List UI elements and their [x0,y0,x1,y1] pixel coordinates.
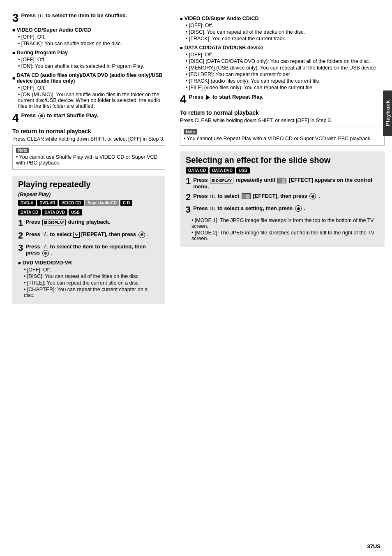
badge-superaudio: SuperAudioCD [85,200,119,206]
r-sub2-bullet-4: [FOLDER]: You can repeat the current fol… [186,72,385,77]
selecting-effect-section: Selecting an effect for the slide show D… [180,151,385,247]
eff-step-2-text: Press ↑/↓ to select [EFFECT], then press… [193,193,320,200]
rp-step-2-number: 2 [18,231,23,240]
r-step-4-row: 4 Press to start Repeat Play. [180,94,385,105]
badge-videocd: VIDEO CD [59,200,83,206]
eff-step-2-number: 2 [186,193,191,202]
rp-step-3-text: Press ↑/↓ to select the item to be repea… [25,243,159,257]
sub1-bullet-2: [TRACK]: You can shuffle tracks on the d… [18,41,165,46]
dvd-bullet-4: [CHAPTER]: You can repeat the current ch… [24,287,159,298]
right-column: VIDEO CD/Super Audio CD/CD [OFF]: Off. [… [173,8,392,548]
dvd-bullet-2: [DISC]: You can repeat all of the titles… [24,273,159,279]
to-return-title-right: To return to normal playback [180,109,385,116]
to-return-title-left: To return to normal playback [12,128,165,134]
selecting-effect-title: Selecting an effect for the slide show [186,155,379,165]
step-4-row: 4 Press ⊕ to start Shuffle Play. [12,112,165,124]
eff-step-1-text: Press ⊟ DISPLAY repeatedly until [EFFECT… [193,177,379,190]
rp-step-2-text: Press ↑/↓ to select ↻ [REPEAT], then pre… [25,231,149,238]
note-label-left: Note [16,148,29,153]
eff-badge-datacd: DATA CD [186,167,208,174]
repeat-icon: ↻ [73,232,80,238]
repeat-play-subtitle: (Repeat Play) [18,192,159,197]
rp-step-2: 2 Press ↑/↓ to select ↻ [REPEAT], then p… [18,231,159,240]
eff-step2-circle: ⊕ [309,193,316,199]
sub2-bullet-2: [ON]: You can shuffle tracks selected in… [18,63,165,69]
rp-step3-circle: ⊕ [42,250,49,257]
sub3-bullet-1: [OFF]: Off. [18,85,165,91]
sub2-bullet-1: [OFF]: Off. [18,57,165,63]
badge-dvdvr: DVD-VR [37,200,58,206]
eff-step-2: 2 Press ↑/↓ to select [EFFECT], then pre… [186,193,379,202]
r-sub1-title: VIDEO CD/Super Audio CD/CD [180,16,385,21]
step-3-text: Press ↑/↓ to select the item to be shuff… [21,12,127,19]
eff-step-3-number: 3 [186,205,191,214]
sub2-bullets: [OFF]: Off. [ON]: You can shuffle tracks… [18,57,165,69]
left-column: 3 Press ↑/↓ to select the item to be shu… [0,8,173,548]
eff-step3-bullets: [MODE 1]: The JPEG image file sweeps in … [191,218,379,241]
play-icon-right [206,95,210,100]
rp-step-1: 1 Press ⊟ DISPLAY during playback. [18,219,159,228]
r-sub2-title: DATA CD/DATA DVD/USB device [180,45,385,51]
dvd-sub-title: DVD VIDEO/DVD-VR [18,260,159,266]
badge-datadvd: DATA DVD [42,209,67,215]
r-sub1-bullets: [OFF]: Off. [DISC]: You can repeat all o… [186,23,385,42]
dvd-bullets: [OFF]: Off. [DISC]: You can repeat all o… [24,267,159,298]
note-box-right: Note • You cannot use Repeat Play with a… [180,127,385,146]
r-step-4-text: Press to start Repeat Play. [189,94,264,100]
sub3-bullet-2: [ON (MUSIC)]: You can shuffle audio file… [18,92,165,109]
to-return-text-right: Press CLEAR while holding down SHIFT, or… [180,118,385,123]
playing-repeatedly-section: Playing repeatedly (Repeat Play) DVD-V D… [12,176,165,304]
effect-badge-row: DATA CD DATA DVD USB [186,167,379,174]
note-text-right: • You cannot use Repeat Play with a VIDE… [184,136,381,141]
badge-row-2: DATA CD DATA DVD USB [18,209,159,215]
playback-sidebar-tab: Playback [383,90,392,136]
r-sub2-bullet-2: [DISC] (DATA CD/DATA DVD only): You can … [186,58,385,64]
r-sub2-bullet-1: [OFF]: Off. [186,52,385,58]
display-icon-effect: ⊟ DISPLAY [210,178,233,183]
eff-step-3-text: Press ↑/↓ to select a setting, then pres… [193,205,305,212]
badge-dvdv: DVD-V [18,200,36,206]
sub1-title: VIDEO CD/Super Audio CD/CD [12,27,165,33]
step-3-number: 3 [12,12,19,24]
r-sub1-bullet-1: [OFF]: Off. [186,23,385,28]
eff-step-1: 1 Press ⊟ DISPLAY repeatedly until [EFFE… [186,177,379,190]
sub1-bullet-1: [OFF]: Off. [18,34,165,40]
r-sub2-bullets: [OFF]: Off. [DISC] (DATA CD/DATA DVD onl… [186,52,385,90]
eff-badge-usb: USB [236,167,250,174]
dvd-bullet-3: [TITLE]: You can repeat the current titl… [24,280,159,286]
eff-badge-datadvd: DATA DVD [210,167,235,174]
effect-icon-select [242,193,251,199]
eff-step3-circle: ⊕ [295,205,302,212]
badge-row-1: DVD-V DVD-VR VIDEO CD SuperAudioCD C D [18,200,159,206]
sub3-bullets: [OFF]: Off. [ON (MUSIC)]: You can shuffl… [18,85,165,109]
badge-usb: USB [69,209,82,215]
r-step-4-number: 4 [180,94,187,105]
note-box-left: Note • You cannot use Shuffle Play with … [12,145,165,170]
to-return-text-left: Press CLEAR while holding down SHIFT, or… [12,136,165,142]
rp-step-3-number: 3 [18,243,23,253]
step-4-text: Press ⊕ to start Shuffle Play. [21,112,98,119]
r-sub1-bullet-2: [DISC]: You can repeat all of the tracks… [186,29,385,35]
display-icon-1: ⊟ DISPLAY [42,220,66,225]
badge-cd: C D [120,200,132,206]
sub1-bullets: [OFF]: Off. [TRACK]: You can shuffle tra… [18,34,165,46]
step4-circle-btn: ⊕ [38,113,45,119]
r-sub2-bullet-6: [FILE] (video files only): You can repea… [186,85,385,90]
rp-step-1-number: 1 [18,219,23,228]
sub2-title: During Program Play [12,50,165,56]
rp-step2-circle: ⊕ [138,232,145,238]
eff-bullet-1: [MODE 1]: The JPEG image file sweeps in … [191,218,379,229]
playing-repeatedly-title: Playing repeatedly [18,180,159,189]
page: 3 Press ↑/↓ to select the item to be shu… [0,0,392,556]
eff-step-3: 3 Press ↑/↓ to select a setting, then pr… [186,205,379,214]
step-3-row: 3 Press ↑/↓ to select the item to be shu… [12,12,165,24]
r-sub2-bullet-3: [MEMORY] (USB device only): You can repe… [186,65,385,71]
step-4-number: 4 [12,112,19,124]
dvd-bullet-1: [OFF]: Off. [24,267,159,273]
sub3-title: DATA CD (audio files only)/DATA DVD (aud… [12,72,165,84]
r-sub2-bullet-5: [TRACK] (audio files only): You can repe… [186,78,385,84]
badge-datacd: DATA CD [18,209,41,215]
page-number: 37US [367,543,380,549]
note-text-left: • You cannot use Shuffle Play with a VID… [16,154,161,166]
r-sub1-bullet-3: [TRACK]: You can repeat the current trac… [186,36,385,42]
